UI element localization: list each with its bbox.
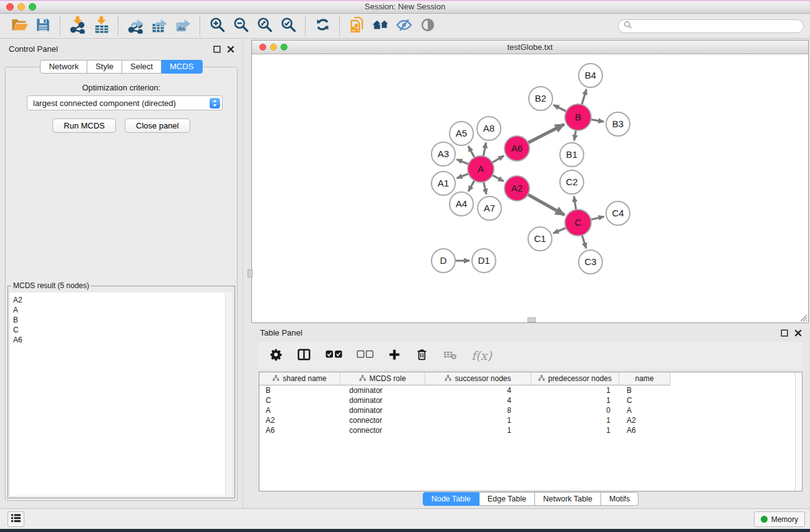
check-pair-button[interactable] <box>325 350 342 361</box>
table-cell[interactable]: dominator <box>340 386 425 395</box>
table-cell[interactable]: C <box>619 396 670 405</box>
graph-node-C[interactable]: C <box>565 210 591 236</box>
columns-button[interactable] <box>297 347 311 364</box>
hide-graphics-button[interactable] <box>392 16 416 37</box>
uncheck-pair-button[interactable] <box>357 350 374 361</box>
column-header-MCDS-role[interactable]: MCDS role <box>340 372 425 385</box>
criterion-select[interactable]: largest connected component (directed) <box>27 95 223 110</box>
graph-node-B[interactable]: B <box>565 104 591 130</box>
graph-node-B3[interactable]: B3 <box>606 112 630 136</box>
table-row[interactable]: Cdominator41C <box>259 395 802 405</box>
tab-mcds[interactable]: MCDS <box>162 60 202 74</box>
mcds-result-item[interactable]: A <box>10 305 233 315</box>
run-mcds-button[interactable]: Run MCDS <box>52 118 116 133</box>
import-network-button[interactable] <box>65 16 89 37</box>
mcds-result-item[interactable]: A6 <box>10 335 233 345</box>
table-cell[interactable]: dominator <box>340 406 425 415</box>
network-close-button[interactable] <box>259 44 266 51</box>
tab-edge-table[interactable]: Edge Table <box>480 492 535 506</box>
zoom-in-button[interactable] <box>205 16 229 37</box>
graph-node-B2[interactable]: B2 <box>529 87 552 110</box>
refresh-button[interactable] <box>311 16 334 37</box>
graph-node-D[interactable]: D <box>432 249 455 273</box>
column-header-predecessor-nodes[interactable]: predecessor nodes <box>531 372 619 385</box>
table-row[interactable]: A2connector11A2 <box>259 415 802 425</box>
export-network-button[interactable] <box>123 16 147 37</box>
table-cell[interactable]: A6 <box>619 426 670 435</box>
table-cell[interactable]: 1 <box>531 426 619 435</box>
trash-button[interactable] <box>415 348 428 364</box>
float-panel-icon[interactable] <box>212 44 221 54</box>
table-cell[interactable]: 1 <box>425 416 531 425</box>
zoom-fit-button[interactable] <box>253 16 276 37</box>
graph-node-A3[interactable]: A3 <box>432 142 455 166</box>
table-cell[interactable]: 1 <box>531 416 619 425</box>
zoom-out-button[interactable] <box>229 16 253 37</box>
show-graphics-button[interactable] <box>416 16 440 37</box>
network-canvas[interactable]: B4B2BB3A5A8A6B1A3AA1C2A4A7A2CC4C1C3DD1 <box>252 55 808 322</box>
gear-button[interactable] <box>269 348 282 364</box>
tab-select[interactable]: Select <box>122 60 162 74</box>
export-table-button[interactable] <box>147 16 171 37</box>
tab-network[interactable]: Network <box>40 60 87 74</box>
mcds-result-item[interactable]: B <box>10 315 233 325</box>
minimize-window-button[interactable] <box>17 3 25 11</box>
tab-network-table[interactable]: Network Table <box>535 492 601 506</box>
table-row[interactable]: Bdominator41B <box>259 385 802 395</box>
save-button[interactable] <box>31 16 55 37</box>
import-table-button[interactable] <box>89 16 113 37</box>
table-row[interactable]: Adominator80A <box>259 405 802 415</box>
graph-node-A6[interactable]: A6 <box>504 136 529 161</box>
table-cell[interactable]: B <box>619 386 670 395</box>
export-image-button[interactable] <box>171 16 195 37</box>
table-scrollbar[interactable] <box>795 372 802 491</box>
table-row[interactable]: A6connector11A6 <box>259 425 802 435</box>
table-cell[interactable]: connector <box>340 416 425 425</box>
horizontal-splitter-handle[interactable] <box>528 317 536 322</box>
table-cell[interactable]: 1 <box>531 386 619 395</box>
graph-node-B4[interactable]: B4 <box>579 64 602 87</box>
column-header-successor-nodes[interactable]: successor nodes <box>425 372 531 385</box>
close-panel-button[interactable]: Close panel <box>125 118 190 133</box>
graph-node-A[interactable]: A <box>468 156 494 182</box>
table-float-panel-icon[interactable] <box>779 328 789 337</box>
table-cell[interactable]: A <box>259 406 340 415</box>
graph-node-A2[interactable]: A2 <box>504 176 529 201</box>
table-cell[interactable]: A2 <box>619 416 670 425</box>
table-cell[interactable]: 4 <box>425 396 531 405</box>
add-button[interactable] <box>388 348 401 364</box>
table-cell[interactable]: connector <box>340 426 425 435</box>
graph-node-A5[interactable]: A5 <box>450 122 473 145</box>
resize-grip-icon[interactable] <box>799 313 808 322</box>
table-cell[interactable]: B <box>259 386 340 395</box>
tab-style[interactable]: Style <box>87 60 122 74</box>
tab-node-table[interactable]: Node Table <box>423 492 480 506</box>
graph-node-C1[interactable]: C1 <box>528 227 552 251</box>
column-header-shared-name[interactable]: shared name <box>259 372 340 385</box>
graph-node-A1[interactable]: A1 <box>432 172 455 195</box>
graph-node-C4[interactable]: C4 <box>606 201 630 225</box>
network-minimize-button[interactable] <box>270 44 277 51</box>
mcds-list-scrollbar[interactable] <box>225 293 233 496</box>
open-session-button[interactable] <box>345 16 369 37</box>
open-button[interactable] <box>7 16 31 37</box>
table-cell[interactable]: A6 <box>259 426 340 435</box>
mcds-result-item[interactable]: C <box>10 325 233 335</box>
network-zoom-button[interactable] <box>281 44 287 51</box>
graph-node-B1[interactable]: B1 <box>560 143 584 167</box>
graph-node-A7[interactable]: A7 <box>478 196 501 220</box>
home-view-button[interactable] <box>369 16 392 37</box>
close-panel-icon[interactable] <box>226 44 235 54</box>
table-cell[interactable]: A <box>619 406 670 415</box>
graph-node-D1[interactable]: D1 <box>472 249 496 273</box>
search-input[interactable] <box>635 21 798 32</box>
graph-node-A4[interactable]: A4 <box>450 192 473 216</box>
table-cell[interactable]: dominator <box>340 396 425 405</box>
task-history-button[interactable] <box>7 511 24 527</box>
table-close-panel-icon[interactable] <box>793 328 803 337</box>
table-cell[interactable]: 4 <box>425 386 531 395</box>
table-cell[interactable]: 1 <box>531 396 619 405</box>
graph-node-C3[interactable]: C3 <box>579 250 602 274</box>
zoom-selected-button[interactable] <box>276 16 300 37</box>
table-cell[interactable]: 8 <box>425 406 531 415</box>
